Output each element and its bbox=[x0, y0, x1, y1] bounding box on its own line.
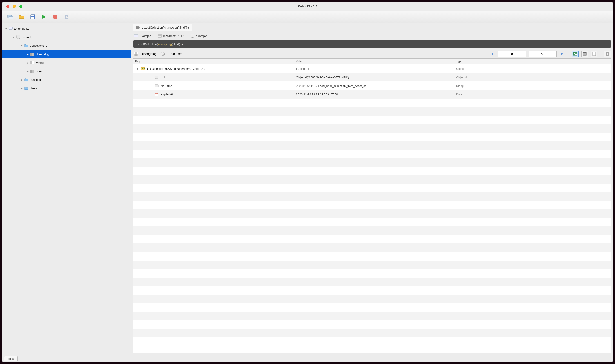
svg-rect-9 bbox=[30, 52, 34, 56]
svg-rect-4 bbox=[31, 17, 34, 19]
empty-row bbox=[133, 286, 611, 295]
context-label: localhost:27017 bbox=[163, 34, 184, 38]
cell-type: Object bbox=[456, 67, 465, 70]
empty-row bbox=[133, 260, 611, 269]
column-key[interactable]: Key bbox=[133, 59, 294, 64]
sidebar: ▾ Example (1) ▾ example ▾ Collections (3… bbox=[2, 23, 131, 355]
tree-collections-folder[interactable]: ▾ Collections (3) bbox=[2, 41, 131, 50]
table-row[interactable]: ▾(1) ObjectId("656329cb0f45a8ea0772bd19"… bbox=[133, 65, 611, 73]
grid-body[interactable]: ▾(1) ObjectId("656329cb0f45a8ea0772bd19"… bbox=[133, 65, 611, 352]
svg-rect-26 bbox=[158, 34, 161, 36]
zoom-window-button[interactable] bbox=[19, 5, 23, 8]
tree-label: Collections (3) bbox=[30, 44, 48, 47]
column-type[interactable]: Type bbox=[454, 59, 611, 64]
tree-label: Functions bbox=[30, 78, 42, 81]
result-time: 0.003 sec. bbox=[169, 52, 183, 56]
table-row[interactable]: ""fileName20231126111354-add_user_collec… bbox=[133, 81, 611, 90]
tree-label: users bbox=[36, 70, 43, 73]
query-editor[interactable]: db.getCollection('changelog').find({}) bbox=[133, 40, 611, 48]
tab-label: db.getCollection('changelog').find({}) bbox=[142, 26, 189, 29]
rotate-button[interactable] bbox=[63, 14, 70, 20]
chevron-right-icon: ▸ bbox=[20, 87, 24, 90]
column-value[interactable]: Value bbox=[294, 59, 454, 64]
tree-collection-users[interactable]: ▸ users bbox=[2, 67, 131, 75]
expand-view-button[interactable] bbox=[604, 51, 611, 57]
folder-icon bbox=[24, 78, 29, 81]
empty-row bbox=[133, 175, 611, 184]
empty-row bbox=[133, 303, 611, 312]
svg-rect-52 bbox=[155, 76, 158, 78]
execute-button[interactable] bbox=[41, 14, 47, 20]
chevron-right-icon: ▸ bbox=[26, 52, 30, 56]
tree-label: example bbox=[22, 36, 33, 39]
tree-label: tweets bbox=[36, 61, 44, 65]
svg-rect-48 bbox=[606, 53, 609, 55]
empty-row bbox=[133, 226, 611, 235]
close-window-button[interactable] bbox=[6, 5, 9, 8]
limit-input[interactable] bbox=[529, 51, 557, 57]
empty-row bbox=[133, 107, 611, 116]
svg-text:"": "" bbox=[155, 84, 158, 87]
date-icon bbox=[154, 92, 159, 96]
empty-row bbox=[133, 244, 611, 252]
empty-row bbox=[133, 312, 611, 320]
cell-key: fileName bbox=[161, 84, 172, 88]
cell-type: Date bbox=[456, 93, 462, 96]
text-view-button[interactable] bbox=[591, 51, 598, 57]
cell-type: String bbox=[456, 84, 464, 88]
main-toolbar bbox=[2, 11, 613, 23]
empty-row bbox=[133, 116, 611, 124]
tree-users-folder[interactable]: ▸ Users bbox=[2, 84, 131, 92]
open-button[interactable] bbox=[18, 14, 25, 20]
empty-row bbox=[133, 278, 611, 286]
close-tab-button[interactable]: ✕ bbox=[136, 26, 140, 29]
titlebar: Robo 3T - 1.4 bbox=[2, 2, 613, 11]
svg-rect-5 bbox=[54, 15, 57, 19]
empty-row bbox=[133, 320, 611, 329]
result-bar: changelog 0.003 sec. bbox=[131, 49, 613, 58]
chevron-right-icon: ▸ bbox=[20, 78, 24, 81]
id-icon bbox=[154, 76, 159, 79]
cell-value: 20231126111354-add_user_collection_from_… bbox=[296, 84, 370, 88]
table-row[interactable]: appliedAt2023-11-26 18:19:39.703+07:00Da… bbox=[133, 90, 611, 99]
empty-row bbox=[133, 133, 611, 141]
table-view-button[interactable] bbox=[581, 51, 588, 57]
context-connection[interactable]: Example bbox=[134, 34, 151, 38]
chevron-down-icon[interactable]: ▾ bbox=[136, 67, 139, 70]
tree-database[interactable]: ▾ example bbox=[2, 33, 131, 41]
svg-rect-24 bbox=[134, 34, 138, 37]
tree-label: changelog bbox=[36, 52, 49, 56]
context-database[interactable]: example bbox=[191, 34, 207, 38]
tree-label: Users bbox=[30, 87, 37, 90]
cell-key: appliedAt bbox=[161, 93, 173, 96]
cell-key: (1) ObjectId("656329cb0f45a8ea0772bd19") bbox=[147, 67, 205, 70]
empty-row bbox=[133, 158, 611, 167]
empty-row bbox=[133, 99, 611, 107]
save-button[interactable] bbox=[30, 14, 36, 20]
page-next-button[interactable] bbox=[559, 51, 565, 57]
query-tab[interactable]: ✕ db.getCollection('changelog').find({}) bbox=[133, 24, 192, 31]
connect-button[interactable] bbox=[7, 14, 14, 20]
empty-row bbox=[133, 269, 611, 278]
chevron-right-icon: ▸ bbox=[26, 61, 30, 65]
context-host[interactable]: localhost:27017 bbox=[158, 34, 184, 38]
monitor-icon bbox=[134, 34, 138, 38]
chevron-down-icon: ▾ bbox=[4, 27, 8, 30]
svg-rect-56 bbox=[155, 93, 158, 94]
svg-rect-38 bbox=[574, 53, 575, 54]
table-row[interactable]: _idObjectId("656329cb0f45a8ea0772bd19")O… bbox=[133, 73, 611, 81]
tree-view-button[interactable] bbox=[572, 51, 579, 57]
tree-collection-tweets[interactable]: ▸ tweets bbox=[2, 58, 131, 67]
tree-collection-changelog[interactable]: ▸ changelog bbox=[2, 50, 131, 58]
empty-row bbox=[133, 252, 611, 260]
tree-functions-folder[interactable]: ▸ Functions bbox=[2, 75, 131, 84]
tree-connection[interactable]: ▾ Example (1) bbox=[2, 24, 131, 33]
empty-row bbox=[133, 141, 611, 150]
stop-button[interactable] bbox=[52, 14, 58, 20]
logs-tab[interactable]: Logs bbox=[4, 356, 17, 361]
page-prev-button[interactable] bbox=[489, 51, 495, 57]
minimize-window-button[interactable] bbox=[13, 5, 16, 8]
object-icon bbox=[141, 67, 145, 70]
database-icon bbox=[16, 35, 21, 39]
offset-input[interactable] bbox=[498, 51, 526, 57]
